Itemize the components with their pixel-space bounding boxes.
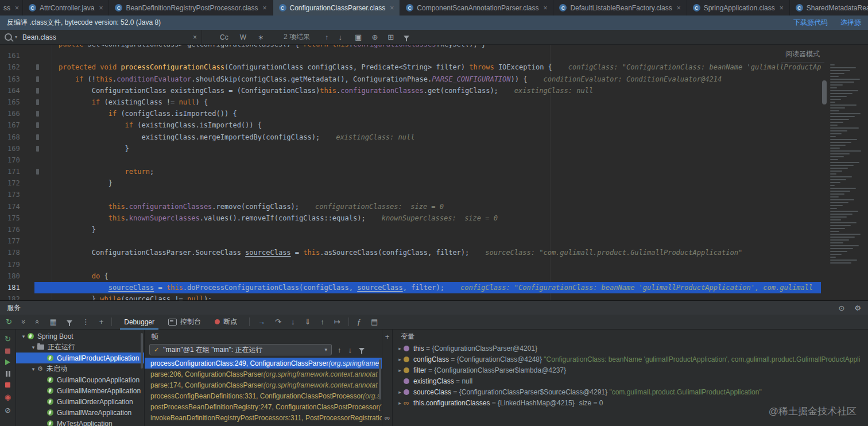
line-number[interactable]: 173 [0, 189, 34, 200]
code-text[interactable] [34, 154, 821, 166]
code-line[interactable]: 170 [0, 154, 821, 166]
line-number[interactable]: 182 [0, 293, 34, 300]
find-in-selection-icon[interactable]: ▣ [355, 33, 362, 41]
settings-icon[interactable]: ⚙ [854, 304, 861, 312]
code-line[interactable]: 173 [0, 189, 821, 200]
layout-settings-icon[interactable]: ▤ [371, 318, 378, 326]
stack-frame[interactable]: invokeBeanDefinitionRegistryPostProcesso… [145, 412, 382, 423]
code-text[interactable] [34, 235, 821, 247]
editor-tab[interactable]: CSharedMetadataReaderFactoryCon× [790, 0, 868, 16]
code-line[interactable]: 181 sourceClass = this.doProcessConfigur… [0, 282, 821, 293]
code-text[interactable]: existingClass.mergeImportedBy(configClas… [34, 131, 821, 143]
code-line[interactable]: 172 } [0, 177, 821, 189]
line-number[interactable]: 166 [0, 108, 34, 119]
close-tab-icon[interactable]: × [390, 4, 394, 12]
tab-breakpoints[interactable]: 断点 [211, 315, 241, 330]
close-tab-icon[interactable]: × [677, 4, 681, 12]
line-number[interactable]: 172 [0, 177, 34, 189]
previous-occurrence-icon[interactable]: ↑ [325, 33, 329, 41]
code-line[interactable]: 164 ConfigurationClass existingClass = (… [0, 85, 821, 96]
code-line[interactable]: public Set<ConfigurationClass> getConfig… [0, 45, 821, 50]
rerun-icon[interactable]: ↻ [5, 335, 11, 343]
editor-scrollbar[interactable] [822, 80, 827, 104]
code-line[interactable]: 171 return; [0, 166, 821, 177]
stack-frame[interactable]: processConfigBeanDefinitions:331, Config… [145, 390, 382, 401]
stack-frame[interactable]: processConfigurationClass:249, Configura… [145, 358, 382, 369]
code-text[interactable]: ConfigurationClassParser.SourceClass sou… [34, 247, 821, 258]
code-text[interactable] [34, 50, 821, 61]
code-text[interactable]: sourceClass = this.doProcessConfiguratio… [34, 282, 821, 293]
next-occurrence-icon[interactable]: ↓ [339, 33, 343, 41]
variable-row[interactable]: ▸sourceClass = {ConfigurationClassParser… [393, 386, 868, 397]
editor-tab[interactable]: CConfigurationClassParser.class× [273, 0, 401, 16]
chevron-right-icon[interactable]: ▸ [396, 367, 404, 373]
code-line[interactable]: 167 if (existingClass.isImported()) { [0, 119, 821, 131]
line-number[interactable]: 167 [0, 119, 34, 131]
code-area[interactable]: public Set<ConfigurationClass> getConfig… [0, 45, 821, 300]
line-number[interactable]: 164 [0, 85, 34, 96]
code-line[interactable]: 162protected void processConfigurationCl… [0, 61, 821, 73]
code-text[interactable]: return; [34, 166, 821, 177]
choose-sources-link[interactable]: 选择源 [840, 18, 861, 28]
code-line[interactable]: 179 [0, 259, 821, 270]
chevron-down-icon[interactable]: ▾ [20, 334, 28, 339]
add-watch-icon[interactable]: + [385, 333, 390, 340]
clear-search-icon[interactable]: × [193, 33, 197, 41]
code-text[interactable] [34, 259, 821, 270]
line-number[interactable]: 177 [0, 235, 34, 247]
tab-debugger[interactable]: Debugger [120, 315, 158, 330]
editor-tab[interactable]: CAttrController.java× [23, 0, 109, 16]
close-tab-icon[interactable]: × [99, 4, 103, 12]
service-tree-item[interactable]: GulimallCouponApplication [16, 374, 144, 385]
editor-tab[interactable]: CComponentScanAnnotationParser.class× [400, 0, 553, 16]
close-tab-icon[interactable]: × [15, 4, 19, 12]
code-text[interactable]: if (existingClass != null) { [34, 96, 821, 108]
group-by-icon[interactable]: ▦ [49, 318, 56, 326]
editor-tab[interactable]: ss× [0, 0, 23, 16]
force-step-into-icon[interactable]: ⇓ [304, 318, 311, 326]
chevron-down-icon[interactable]: ▾ [29, 366, 37, 372]
code-text[interactable]: this.knownSuperclasses.values().removeIf… [34, 212, 821, 224]
words-toggle[interactable]: W [237, 33, 249, 42]
close-tab-icon[interactable]: × [543, 4, 547, 12]
open-in-find-window-icon[interactable]: ⊞ [388, 33, 394, 41]
step-out-icon[interactable]: ↑ [320, 318, 324, 326]
close-tab-icon[interactable]: × [263, 4, 267, 12]
download-sources-link[interactable]: 下载源代码 [793, 18, 828, 28]
line-number[interactable]: 178 [0, 247, 34, 258]
code-line[interactable]: 174 this.configurationClasses.remove(con… [0, 201, 821, 212]
service-tree-item[interactable]: GulimallOrderApplication [16, 396, 144, 407]
chevron-right-icon[interactable]: ▸ [396, 357, 404, 362]
line-number[interactable]: 176 [0, 224, 34, 235]
add-service-icon[interactable]: + [99, 318, 104, 326]
line-number[interactable]: 171 [0, 166, 34, 177]
stop-icon[interactable] [5, 382, 10, 388]
service-tree-item[interactable]: ▾Spring Boot [16, 331, 144, 342]
service-tree-item[interactable]: ▾⚙未启动 [16, 363, 144, 374]
window-mode-icon[interactable]: ⊙ [838, 304, 844, 312]
search-query-text[interactable]: Bean.class [22, 33, 188, 41]
search-history-chevron-icon[interactable]: ▾ [15, 34, 17, 40]
code-line[interactable]: 177 [0, 235, 821, 247]
pause-icon[interactable] [6, 371, 10, 377]
line-number[interactable]: 168 [0, 131, 34, 143]
line-number[interactable]: 161 [0, 50, 34, 61]
match-case-toggle[interactable]: Cc [217, 33, 231, 42]
code-text[interactable]: ConfigurationClass existingClass = (Conf… [34, 85, 821, 96]
next-frame-icon[interactable]: ↓ [348, 346, 352, 354]
code-line[interactable]: 178 ConfigurationClassParser.SourceClass… [0, 247, 821, 258]
add-occurrence-icon[interactable]: ⊕ [371, 33, 378, 41]
chevron-down-icon[interactable]: ▾ [29, 344, 37, 350]
stack-frame[interactable]: parse:206, ConfigurationClassParser (org… [145, 369, 382, 379]
line-number[interactable]: 163 [0, 73, 34, 85]
search-input[interactable]: ▾ Bean.class × [0, 30, 202, 44]
code-line[interactable]: 180 do { [0, 270, 821, 282]
code-line[interactable]: 169 } [0, 143, 821, 154]
stack-frame[interactable]: parse:174, ConfigurationClassParser (org… [145, 379, 382, 390]
chevron-right-icon[interactable]: ▸ [396, 389, 404, 395]
code-text[interactable]: } [34, 177, 821, 189]
line-number[interactable] [0, 45, 34, 50]
code-minimap[interactable] [830, 64, 867, 297]
thread-selector[interactable]: ✓ "main"@1 在组 "main": 正在运行 ▾ [149, 344, 332, 355]
line-number[interactable]: 170 [0, 154, 34, 166]
